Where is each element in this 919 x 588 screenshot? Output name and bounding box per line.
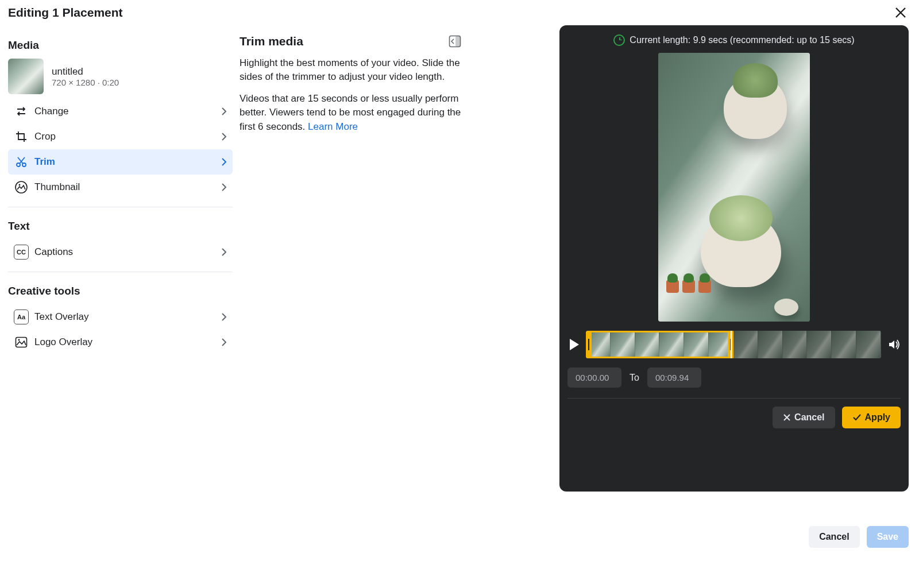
preview-cancel-button[interactable]: Cancel <box>773 407 835 428</box>
close-button[interactable] <box>890 5 911 21</box>
check-icon <box>852 413 862 421</box>
sidebar-item-label: Logo Overlay <box>34 336 221 348</box>
sidebar-item-trim[interactable]: Trim <box>8 149 233 175</box>
footer-save-button[interactable]: Save <box>867 526 909 548</box>
svg-point-3 <box>19 184 21 186</box>
sidebar-item-change[interactable]: Change <box>8 99 233 124</box>
svg-point-2 <box>16 181 27 193</box>
to-label: To <box>630 373 639 383</box>
timeline-track[interactable] <box>586 331 881 358</box>
sidebar-item-label: Text Overlay <box>34 311 221 323</box>
divider <box>8 272 233 272</box>
captions-icon: CC <box>14 245 29 260</box>
page-title: Editing 1 Placement <box>8 6 123 20</box>
volume-button[interactable] <box>888 339 901 350</box>
section-title-tools: Creative tools <box>8 285 233 297</box>
close-icon <box>783 413 791 421</box>
section-title-media: Media <box>8 39 233 52</box>
sidebar-item-label: Change <box>34 106 221 117</box>
sidebar-item-label: Thumbnail <box>34 181 221 193</box>
footer-cancel-button[interactable]: Cancel <box>809 526 859 548</box>
time-from-input[interactable] <box>567 368 621 388</box>
svg-rect-7 <box>455 36 461 47</box>
chevron-right-icon <box>221 338 227 347</box>
detail-panel: Trim media Highlight the best moments of… <box>237 21 473 492</box>
section-title-text: Text <box>8 220 233 233</box>
crop-icon <box>14 129 29 144</box>
media-file-name: untitled <box>52 66 119 78</box>
sidebar-item-logo-overlay[interactable]: Logo Overlay <box>8 330 233 355</box>
divider <box>8 207 233 207</box>
detail-paragraph: Highlight the best moments of your video… <box>240 56 461 84</box>
media-thumbnail <box>8 59 44 94</box>
sidebar-item-text-overlay[interactable]: Aa Text Overlay <box>8 304 233 330</box>
chevron-right-icon <box>221 247 227 257</box>
sidebar-item-label: Trim <box>34 156 221 168</box>
swap-icon <box>14 104 29 119</box>
chevron-right-icon <box>221 107 227 116</box>
close-icon <box>895 7 906 18</box>
chevron-right-icon <box>221 183 227 192</box>
sidebar-item-crop[interactable]: Crop <box>8 124 233 149</box>
preview-panel: Current length: 9.9 secs (recommended: u… <box>559 25 909 492</box>
sidebar-item-captions[interactable]: CC Captions <box>8 239 233 265</box>
svg-point-5 <box>18 339 20 341</box>
image-icon <box>14 335 29 350</box>
trim-handle-start[interactable] <box>586 331 592 358</box>
chevron-right-icon <box>221 132 227 141</box>
sidebar: Media untitled 720 × 1280 · 0:20 Change … <box>0 21 237 492</box>
clock-icon <box>613 34 625 46</box>
play-button[interactable] <box>570 339 579 350</box>
cut-icon <box>14 154 29 169</box>
detail-title: Trim media <box>240 34 303 48</box>
chevron-right-icon <box>221 157 227 167</box>
divider <box>567 398 901 399</box>
media-file-meta: 720 × 1280 · 0:20 <box>52 78 119 87</box>
sidebar-item-label: Crop <box>34 131 221 142</box>
sidebar-item-thumbnail[interactable]: Thumbnail <box>8 175 233 200</box>
current-length-text: Current length: 9.9 secs (recommended: u… <box>630 35 854 45</box>
chevron-right-icon <box>221 312 227 322</box>
playhead[interactable] <box>731 331 732 358</box>
video-preview[interactable] <box>658 53 810 322</box>
learn-more-link[interactable]: Learn More <box>308 121 358 132</box>
collapse-icon[interactable] <box>449 35 461 48</box>
thumbnail-icon <box>14 180 29 195</box>
time-to-input[interactable] <box>647 368 701 388</box>
text-overlay-icon: Aa <box>14 310 29 324</box>
sidebar-item-label: Captions <box>34 246 221 258</box>
media-file-row[interactable]: untitled 720 × 1280 · 0:20 <box>8 59 233 94</box>
detail-paragraph: Videos that are 15 seconds or less usual… <box>240 92 461 133</box>
apply-button[interactable]: Apply <box>842 407 901 428</box>
